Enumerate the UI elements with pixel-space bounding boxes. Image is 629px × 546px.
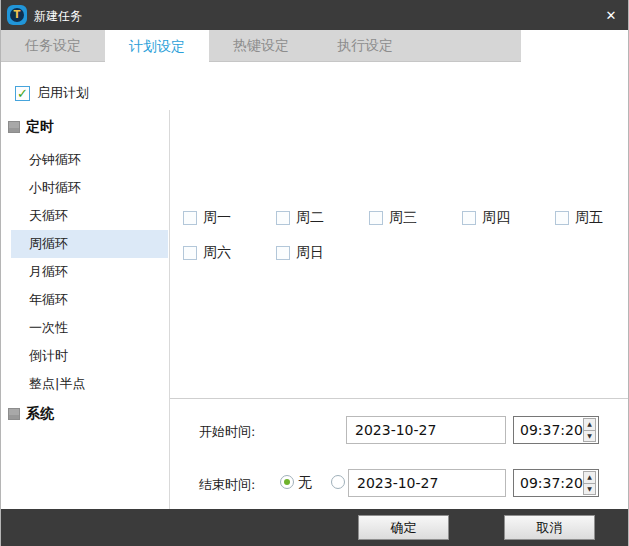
- ok-button[interactable]: 确定: [358, 515, 449, 540]
- collapse-box-icon[interactable]: [8, 121, 20, 133]
- radio-end-none[interactable]: [280, 475, 294, 489]
- close-icon[interactable]: ✕: [600, 5, 622, 25]
- tab-hotkey-settings[interactable]: 热键设定: [209, 30, 313, 62]
- start-time-value[interactable]: 09:37:20: [514, 422, 583, 438]
- sidebar-item-countdown[interactable]: 倒计时: [11, 342, 168, 370]
- panel-divider: [170, 398, 629, 399]
- spinner-buttons: ▲ ▼: [583, 418, 596, 442]
- group-timing[interactable]: 定时: [8, 118, 54, 136]
- checkbox-monday-label: 周一: [203, 209, 231, 227]
- tab-plan-settings[interactable]: 计划设定: [105, 30, 209, 63]
- sidebar-item-hour-half[interactable]: 整点|半点: [11, 370, 168, 398]
- checkbox-icon[interactable]: [276, 246, 290, 260]
- checkbox-sunday-label: 周日: [296, 244, 324, 262]
- checkbox-saturday-label: 周六: [203, 244, 231, 262]
- enable-plan-checkbox[interactable]: ✓ 启用计划: [15, 84, 89, 102]
- collapse-box-icon[interactable]: [8, 408, 20, 420]
- sidebar-item-minute-loop[interactable]: 分钟循环: [11, 146, 168, 174]
- sidebar-item-day-loop[interactable]: 天循环: [11, 202, 168, 230]
- app-icon-letter: T: [10, 8, 24, 22]
- end-time-label: 结束时间:: [199, 476, 255, 494]
- checkbox-icon[interactable]: [183, 211, 197, 225]
- new-task-dialog: T 新建任务 ✕ 任务设定 计划设定 热键设定 执行设定 ✓ 启用计划 定时 分…: [0, 0, 629, 546]
- end-time-value[interactable]: 09:37:20: [514, 475, 583, 491]
- tab-task-settings[interactable]: 任务设定: [1, 30, 105, 62]
- checkbox-monday[interactable]: 周一: [183, 209, 231, 227]
- spinner-down-icon[interactable]: ▼: [583, 484, 596, 496]
- checkbox-icon[interactable]: [462, 211, 476, 225]
- radio-end-none-label[interactable]: 无: [298, 474, 312, 492]
- checkbox-icon[interactable]: [555, 211, 569, 225]
- tab-execute-settings[interactable]: 执行设定: [313, 30, 417, 62]
- spinner-up-icon[interactable]: ▲: [583, 471, 596, 484]
- checkbox-icon[interactable]: [276, 211, 290, 225]
- radio-end-date[interactable]: [331, 475, 345, 489]
- sidebar-item-week-loop[interactable]: 周循环: [11, 230, 168, 258]
- checkbox-sunday[interactable]: 周日: [276, 244, 324, 262]
- window-title: 新建任务: [34, 8, 82, 25]
- group-system[interactable]: 系统: [8, 405, 54, 423]
- checkbox-friday[interactable]: 周五: [555, 209, 603, 227]
- spinner-down-icon[interactable]: ▼: [583, 431, 596, 443]
- dialog-body: ✓ 启用计划 定时 分钟循环 小时循环 天循环 周循环 月循环 年循环 一次性 …: [1, 62, 629, 509]
- spinner-up-icon[interactable]: ▲: [583, 418, 596, 431]
- end-time-spinner[interactable]: 09:37:20 ▲ ▼: [513, 469, 599, 497]
- checkbox-thursday-label: 周四: [482, 209, 510, 227]
- checkbox-wednesday-label: 周三: [389, 209, 417, 227]
- sidebar-divider: [169, 110, 170, 509]
- start-time-spinner[interactable]: 09:37:20 ▲ ▼: [513, 416, 599, 444]
- group-system-label: 系统: [26, 405, 54, 423]
- group-timing-label: 定时: [26, 118, 54, 136]
- start-time-label: 开始时间:: [199, 423, 255, 441]
- sidebar-item-hour-loop[interactable]: 小时循环: [11, 174, 168, 202]
- footer-bar: 确定 取消: [1, 509, 629, 546]
- sidebar-item-once[interactable]: 一次性: [11, 314, 168, 342]
- sidebar-item-month-loop[interactable]: 月循环: [11, 258, 168, 286]
- enable-plan-label: 启用计划: [37, 84, 89, 102]
- checkbox-checked-icon[interactable]: ✓: [15, 86, 30, 101]
- start-date-input[interactable]: [346, 416, 506, 444]
- spinner-buttons: ▲ ▼: [583, 471, 596, 495]
- checkbox-friday-label: 周五: [575, 209, 603, 227]
- checkbox-thursday[interactable]: 周四: [462, 209, 510, 227]
- checkbox-tuesday-label: 周二: [296, 209, 324, 227]
- checkbox-saturday[interactable]: 周六: [183, 244, 231, 262]
- sidebar-item-year-loop[interactable]: 年循环: [11, 286, 168, 314]
- app-icon: T: [7, 5, 27, 25]
- end-date-input[interactable]: [348, 469, 506, 497]
- cancel-button[interactable]: 取消: [504, 515, 595, 540]
- checkbox-tuesday[interactable]: 周二: [276, 209, 324, 227]
- checkbox-icon[interactable]: [369, 211, 383, 225]
- checkbox-icon[interactable]: [183, 246, 197, 260]
- titlebar: T 新建任务 ✕: [1, 0, 629, 30]
- checkbox-wednesday[interactable]: 周三: [369, 209, 417, 227]
